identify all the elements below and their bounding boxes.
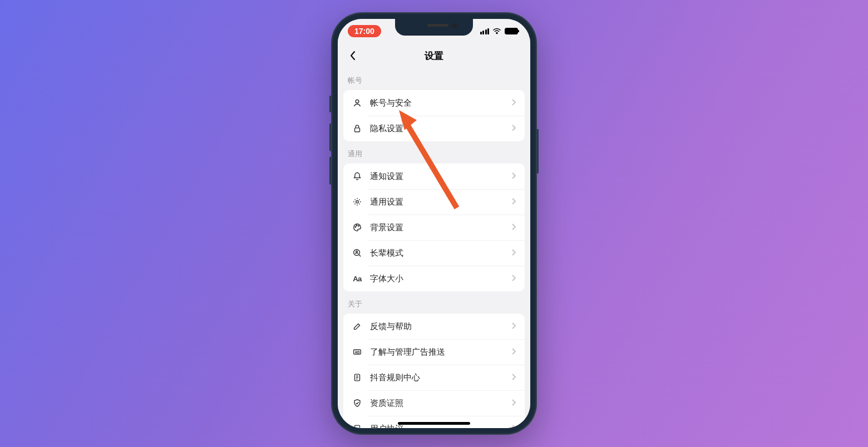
ad-icon <box>351 346 363 358</box>
bell-icon <box>351 170 363 182</box>
status-right-cluster <box>480 28 519 34</box>
row-rules[interactable]: 抖音规则中心 <box>343 365 525 390</box>
gear-icon <box>351 196 363 208</box>
row-feedback[interactable]: 反馈与帮助 <box>343 314 525 339</box>
section-header-general: 通用 <box>338 141 530 163</box>
row-elder-mode[interactable]: 长辈模式 <box>343 240 525 266</box>
phone-device-frame: 17:00 设置 帐号 帐号与安全 <box>331 12 537 435</box>
settings-group-about: 反馈与帮助 了解与管理广告推送 抖音规则中心 资质证照 <box>343 314 525 428</box>
row-label: 反馈与帮助 <box>370 321 511 332</box>
row-label: 长辈模式 <box>370 248 511 259</box>
row-font-size[interactable]: Aa 字体大小 <box>343 266 525 291</box>
row-label: 抖音规则中心 <box>370 372 511 383</box>
edit-icon <box>351 320 363 332</box>
wifi-icon <box>492 28 501 34</box>
svg-point-0 <box>356 100 359 103</box>
chevron-right-icon <box>511 197 517 207</box>
person-icon <box>351 97 363 109</box>
svg-point-7 <box>356 251 358 252</box>
svg-point-3 <box>355 226 356 227</box>
lock-icon <box>351 122 363 135</box>
section-header-about: 关于 <box>338 291 530 314</box>
shield-check-icon <box>351 397 363 409</box>
row-background[interactable]: 背景设置 <box>343 215 525 240</box>
row-label: 资质证照 <box>370 398 511 409</box>
row-label: 通知设置 <box>370 171 511 182</box>
row-privacy[interactable]: 隐私设置 <box>343 116 525 141</box>
svg-point-2 <box>356 201 359 203</box>
row-ads[interactable]: 了解与管理广告推送 <box>343 339 525 365</box>
power-button <box>537 129 539 173</box>
volume-down-button <box>329 157 331 185</box>
chevron-right-icon <box>511 98 517 108</box>
svg-rect-1 <box>355 128 360 132</box>
row-label: 通用设置 <box>370 197 511 207</box>
chevron-right-icon <box>511 171 517 181</box>
row-label: 字体大小 <box>370 274 511 284</box>
svg-point-4 <box>356 225 357 226</box>
svg-rect-8 <box>354 350 361 354</box>
back-button[interactable] <box>343 46 362 65</box>
device-notch <box>395 19 473 36</box>
font-size-icon: Aa <box>351 272 363 285</box>
chevron-right-icon <box>511 398 517 408</box>
page-title: 设置 <box>425 49 443 62</box>
status-time-recording: 17:00 <box>348 25 381 37</box>
volume-switch <box>329 96 331 112</box>
navigation-bar: 设置 <box>338 43 530 68</box>
cellular-signal-icon <box>480 28 490 34</box>
row-label: 隐私设置 <box>370 123 511 134</box>
row-notifications[interactable]: 通知设置 <box>343 163 525 189</box>
chevron-right-icon <box>511 347 517 357</box>
section-header-account: 帐号 <box>338 68 530 90</box>
document-icon <box>351 423 363 428</box>
rules-icon <box>351 371 363 384</box>
row-label: 帐号与安全 <box>370 98 511 108</box>
svg-rect-10 <box>355 425 360 428</box>
chevron-right-icon <box>511 248 517 258</box>
chevron-right-icon <box>511 123 517 133</box>
chevron-right-icon <box>511 424 517 428</box>
settings-group-account: 帐号与安全 隐私设置 <box>343 90 525 141</box>
row-account-security[interactable]: 帐号与安全 <box>343 90 525 116</box>
battery-icon <box>505 28 518 34</box>
row-label: 背景设置 <box>370 222 511 233</box>
chevron-right-icon <box>511 274 517 284</box>
chevron-right-icon <box>511 321 517 331</box>
chevron-right-icon <box>511 372 517 383</box>
palette-icon <box>351 221 363 234</box>
svg-point-5 <box>358 225 359 226</box>
chevron-left-icon <box>349 51 356 61</box>
magnify-person-icon <box>351 247 363 259</box>
phone-screen: 17:00 设置 帐号 帐号与安全 <box>338 19 530 428</box>
row-general-settings[interactable]: 通用设置 <box>343 189 525 215</box>
volume-up-button <box>329 123 331 151</box>
row-label: 了解与管理广告推送 <box>370 347 511 357</box>
home-indicator[interactable] <box>398 422 470 425</box>
settings-group-general: 通知设置 通用设置 背景设置 长辈模式 <box>343 163 525 291</box>
settings-content[interactable]: 帐号 帐号与安全 隐私设置 通用 通知设置 <box>338 68 530 428</box>
row-credentials[interactable]: 资质证照 <box>343 390 525 416</box>
chevron-right-icon <box>511 222 517 232</box>
